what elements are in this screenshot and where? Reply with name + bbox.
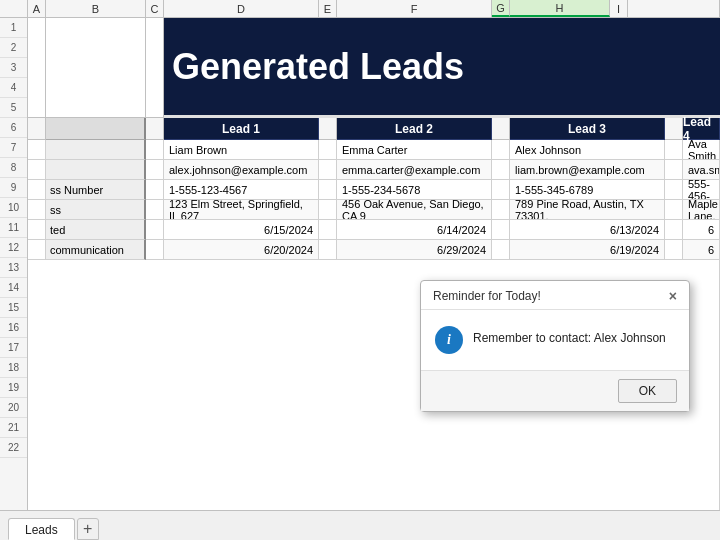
- modal-overlay: Reminder for Today! × i Remember to cont…: [0, 0, 720, 540]
- info-icon: i: [435, 326, 463, 354]
- modal-header: Reminder for Today! ×: [421, 281, 689, 310]
- modal-message: Remember to contact: Alex Johnson: [473, 326, 666, 347]
- reminder-modal: Reminder for Today! × i Remember to cont…: [420, 280, 690, 412]
- modal-footer: OK: [421, 370, 689, 411]
- ok-button[interactable]: OK: [618, 379, 677, 403]
- modal-body: i Remember to contact: Alex Johnson: [421, 310, 689, 370]
- modal-title: Reminder for Today!: [433, 289, 541, 303]
- close-icon[interactable]: ×: [669, 289, 677, 303]
